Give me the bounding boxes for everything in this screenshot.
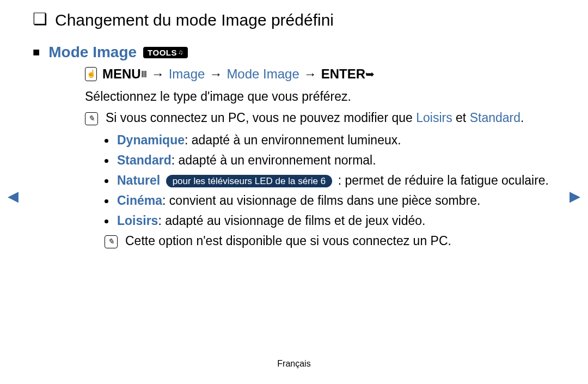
mode-name: Dynamique	[117, 133, 185, 147]
section-heading: Mode Image	[48, 44, 137, 61]
list-item: Standard: adapté à un environnement norm…	[105, 153, 555, 168]
mode-list: Dynamique: adapté à un environnement lum…	[105, 133, 555, 228]
mode-desc: : adapté à un environnement lumineux.	[185, 133, 401, 147]
page-title: Changement du mode Image prédéfini	[55, 11, 334, 29]
series-badge: pour les téléviseurs LED de la série 6	[166, 175, 333, 187]
breadcrumb-menu: MENU	[102, 66, 141, 82]
nav-next-button[interactable]: ▶	[569, 188, 580, 205]
footer-language: Français	[0, 359, 588, 369]
mode-name: Cinéma	[117, 193, 162, 208]
list-item: Loisirs: adapté au visionnage de films e…	[105, 214, 555, 228]
note-text: Si vous connectez un PC, vous ne pouvez …	[106, 111, 555, 125]
link-standard: Standard	[470, 111, 520, 125]
breadcrumb-enter: ENTER	[321, 66, 365, 82]
tools-remote-icon: ♫	[178, 48, 183, 56]
note-pc-only: ✎ Cette option n'est disponible que si v…	[105, 234, 555, 248]
breadcrumb-step2: Mode Image	[226, 66, 299, 82]
section-heading-row: ■ Mode Image TOOLS♫	[33, 44, 555, 61]
mode-desc: : permet de réduire la fatigue oculaire.	[338, 173, 549, 187]
arrow-icon: →	[304, 66, 317, 82]
bullet-icon	[105, 199, 108, 203]
arrow-icon: →	[151, 66, 164, 82]
note-text: Cette option n'est disponible que si vou…	[125, 234, 555, 248]
mode-desc: : adapté au visionnage de films et de je…	[158, 214, 425, 228]
hand-icon: ☝	[85, 67, 97, 81]
link-loisirs: Loisirs	[416, 111, 452, 125]
list-item: Naturel pour les téléviseurs LED de la s…	[105, 173, 555, 188]
mode-name: Loisirs	[117, 214, 158, 228]
note-pc-restriction: ✎ Si vous connectez un PC, vous ne pouve…	[85, 111, 555, 125]
mode-desc: : adapté à un environnement normal.	[171, 153, 376, 167]
list-item: Cinéma: convient au visionnage de films …	[105, 193, 555, 208]
mode-name: Naturel	[117, 173, 160, 187]
bullet-icon	[105, 139, 108, 143]
breadcrumb-step1: Image	[169, 66, 205, 82]
checkbox-icon: ❏	[33, 11, 47, 27]
note-icon: ✎	[85, 112, 98, 125]
tools-badge: TOOLS♫	[143, 47, 187, 58]
note-icon: ✎	[105, 235, 118, 248]
square-bullet-icon: ■	[33, 45, 40, 59]
bullet-icon	[105, 220, 108, 223]
mode-name: Standard	[117, 153, 171, 167]
bullet-icon	[105, 159, 108, 163]
arrow-icon: →	[209, 66, 222, 82]
menu-m-icon: Ⅲ	[141, 69, 147, 80]
intro-text: Sélectionnez le type d'image que vous pr…	[85, 89, 555, 104]
tools-label: TOOLS	[148, 48, 177, 57]
mode-desc: : convient au visionnage de films dans u…	[162, 193, 480, 208]
bullet-icon	[105, 179, 108, 183]
page-title-row: ❏ Changement du mode Image prédéfini	[33, 11, 555, 29]
enter-e-icon: ➥	[365, 68, 375, 81]
nav-prev-button[interactable]: ◀	[8, 188, 19, 205]
list-item: Dynamique: adapté à un environnement lum…	[105, 133, 555, 148]
breadcrumb: ☝ MENUⅢ → Image → Mode Image → ENTER➥	[85, 66, 555, 82]
